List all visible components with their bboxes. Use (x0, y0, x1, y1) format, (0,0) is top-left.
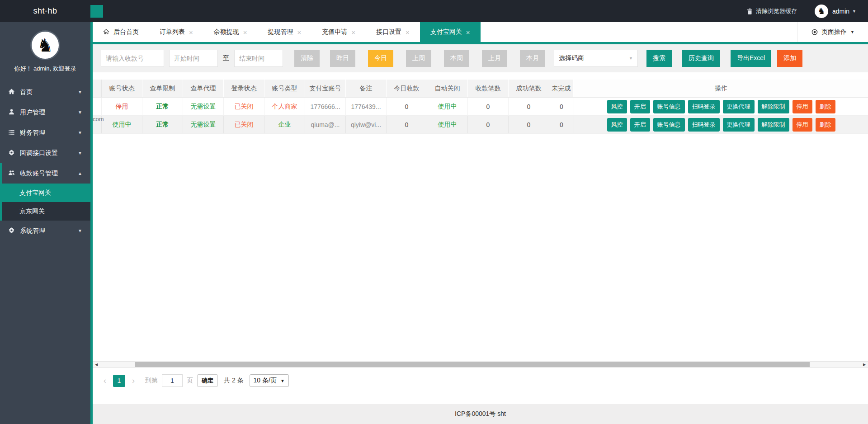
tabs-container: 后台首页订单列表×余额提现×提现管理×充值申请×接口设置×支付宝网关× (93, 22, 481, 42)
current-page-button[interactable]: 1 (113, 375, 125, 387)
search-button[interactable]: 搜索 (646, 50, 672, 67)
goto-page-input[interactable] (162, 374, 183, 387)
chevron-down-icon: ▼ (850, 30, 854, 34)
column-header: 未完成 (549, 80, 574, 97)
close-icon[interactable]: × (351, 28, 355, 36)
table-row: com使用中正常无需设置已关闭企业qiuma@...qiyiw@vi...0使用… (93, 116, 868, 134)
action-button-4[interactable]: 更换代理 (723, 118, 755, 132)
table-cell: 已关闭 (224, 116, 264, 133)
clear-button[interactable]: 清除 (294, 50, 320, 67)
action-button-3[interactable]: 扫码登录 (688, 118, 720, 132)
action-button-1[interactable]: 开启 (630, 118, 650, 132)
merchant-select[interactable]: 选择码商 ▼ (554, 50, 638, 67)
user-icon (8, 108, 15, 117)
action-button-2[interactable]: 账号信息 (653, 118, 685, 132)
tab-6[interactable]: 支付宝网关× (420, 22, 481, 42)
tab-5[interactable]: 接口设置× (366, 22, 420, 42)
sidebar-item-5[interactable]: 系统管理▼ (0, 221, 90, 241)
export-excel-button[interactable]: 导出Excel (731, 50, 771, 67)
action-button-5[interactable]: 解除限制 (758, 118, 789, 132)
action-button-2[interactable]: 账号信息 (653, 100, 685, 113)
table-header-row: 账号状态查单限制查单代理登录状态账号类型支付宝账号备注今日收款自动关闭收款笔数成… (93, 80, 868, 98)
table-cell: 正常 (142, 116, 183, 133)
tab-2[interactable]: 余额提现× (203, 22, 258, 42)
chevron-down-icon: ▼ (78, 90, 82, 94)
close-icon[interactable]: × (243, 28, 247, 36)
action-button-7[interactable]: 删除 (816, 100, 835, 113)
sidebar-toggle-button[interactable] (90, 5, 103, 18)
tab-label: 充值申请 (322, 28, 347, 36)
clear-cache-button[interactable]: 清除浏览器缓存 (747, 7, 797, 15)
chevron-down-icon: ▼ (78, 228, 82, 233)
filter-bar: 至 清除 昨日今日上周本周上月本月 选择码商 ▼ 搜索 历史查询 导出Excel… (93, 44, 868, 72)
gear-icon (8, 149, 15, 157)
sidebar-subitem-1[interactable]: 京东网关 (2, 202, 90, 221)
close-icon[interactable]: × (406, 28, 410, 36)
sidebar-item-2[interactable]: 财务管理▼ (0, 122, 90, 143)
action-header-label: 操作 (715, 85, 727, 93)
sidebar-subitem-0[interactable]: 支付宝网关 (2, 184, 90, 202)
page-actions-label: 页面操作 (821, 28, 847, 36)
users-icon (8, 170, 15, 178)
period-button-2[interactable]: 上周 (406, 50, 431, 67)
sidebar-menu: 首页▼用户管理▼财务管理▼回调接口设置▼收款账号管理▲支付宝网关京东网关系统管理… (0, 82, 90, 241)
account-input[interactable] (101, 50, 164, 67)
table-cell: 0 (387, 98, 427, 115)
close-icon[interactable]: × (466, 28, 470, 36)
scrollbar-thumb[interactable] (135, 362, 810, 367)
column-header: 账号状态 (102, 80, 142, 97)
action-button-0[interactable]: 风控 (607, 118, 627, 132)
sidebar-item-4[interactable]: 收款账号管理▲ (2, 163, 90, 184)
period-button-0[interactable]: 昨日 (330, 50, 355, 67)
action-button-6[interactable]: 停用 (793, 100, 812, 113)
period-button-3[interactable]: 本周 (444, 50, 469, 67)
close-icon[interactable]: × (297, 28, 302, 36)
period-button-4[interactable]: 上月 (482, 50, 507, 67)
table-cell: qiyiw@vi... (346, 116, 387, 133)
total-count-label: 共 2 条 (224, 377, 244, 385)
chevron-up-icon: ▲ (78, 171, 82, 176)
tab-0[interactable]: 后台首页 (93, 22, 149, 42)
avatar: ♞ (815, 5, 828, 18)
end-date-input[interactable] (234, 50, 283, 67)
table-cell: 企业 (264, 116, 305, 133)
table-cell: 使用中 (427, 98, 468, 115)
action-button-6[interactable]: 停用 (793, 118, 812, 132)
admin-menu[interactable]: admin ▼ (832, 8, 856, 15)
action-button-1[interactable]: 开启 (630, 100, 650, 113)
table-cell: 0 (468, 116, 509, 133)
prev-page-button[interactable]: ‹ (101, 376, 109, 386)
row-actions: 风控开启账号信息扫码登录更换代理解除限制停用删除 (574, 116, 868, 133)
start-date-input[interactable] (169, 50, 218, 67)
period-button-5[interactable]: 本月 (520, 50, 545, 67)
table-cell: 0 (549, 116, 574, 133)
horizontal-scrollbar[interactable]: ◀ ▶ (93, 361, 868, 368)
add-button[interactable]: 添加 (777, 50, 802, 67)
icp-label: ICP备00001号 sht (455, 410, 506, 418)
sidebar-item-3[interactable]: 回调接口设置▼ (0, 143, 90, 163)
horse-logo: ♞ (30, 30, 60, 60)
home-outline-icon (103, 28, 109, 36)
scroll-left-arrow[interactable]: ◀ (93, 363, 100, 367)
page-size-select[interactable]: 10 条/页 ▼ (250, 374, 289, 387)
action-button-3[interactable]: 扫码登录 (688, 100, 720, 113)
next-page-button[interactable]: › (129, 376, 137, 386)
tab-3[interactable]: 提现管理× (258, 22, 312, 42)
confirm-page-button[interactable]: 确定 (197, 374, 218, 387)
table-cell: 正常 (142, 98, 183, 115)
scroll-right-arrow[interactable]: ▶ (861, 363, 868, 367)
history-button[interactable]: 历史查询 (682, 50, 720, 67)
sidebar-item-1[interactable]: 用户管理▼ (0, 102, 90, 122)
tab-4[interactable]: 充值申请× (311, 22, 366, 42)
clear-cache-label: 清除浏览器缓存 (756, 7, 797, 15)
close-icon[interactable]: × (189, 28, 193, 36)
page-actions-menu[interactable]: 页面操作 ▼ (797, 22, 868, 42)
tab-1[interactable]: 订单列表× (149, 22, 203, 42)
sidebar-item-0[interactable]: 首页▼ (0, 82, 90, 102)
goto-label: 到第 (145, 377, 158, 385)
action-button-0[interactable]: 风控 (607, 100, 627, 113)
action-button-5[interactable]: 解除限制 (758, 100, 789, 113)
action-button-4[interactable]: 更换代理 (723, 100, 755, 113)
action-button-7[interactable]: 删除 (816, 118, 835, 132)
period-button-1[interactable]: 今日 (368, 50, 393, 67)
